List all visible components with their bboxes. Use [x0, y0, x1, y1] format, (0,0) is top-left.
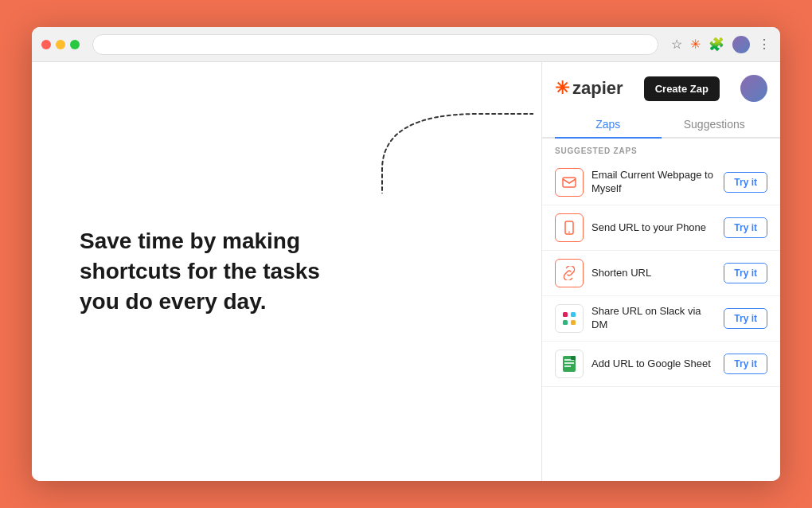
browser-chrome: ☆ ✳ 🧩 ⋮ — [32, 27, 780, 62]
user-avatar-small[interactable] — [732, 36, 750, 53]
svg-rect-9 — [564, 362, 574, 364]
svg-point-2 — [568, 232, 570, 233]
zap-icon-email — [555, 168, 584, 197]
try-it-button-send-url-phone[interactable]: Try it — [724, 217, 767, 238]
svg-rect-0 — [563, 178, 576, 187]
browser-toolbar-icons: ☆ ✳ 🧩 ⋮ — [671, 36, 771, 53]
zap-icon-sheets — [555, 350, 584, 378]
zap-item-send-url-phone: Send URL to your Phone Try it — [542, 205, 780, 251]
browser-window: ☆ ✳ 🧩 ⋮ Save time by making shortcuts fo… — [32, 27, 780, 481]
extension-tabs: Zaps Suggestions — [542, 111, 780, 139]
browser-content: Save time by making shortcuts for the ta… — [32, 62, 780, 481]
maximize-dot[interactable] — [70, 40, 80, 49]
zap-icon-slack — [555, 304, 584, 333]
svg-rect-5 — [563, 320, 568, 325]
extensions-icon[interactable]: 🧩 — [709, 37, 724, 52]
svg-rect-3 — [563, 312, 568, 317]
create-zap-button[interactable]: Create Zap — [644, 76, 720, 101]
try-it-button-share-slack[interactable]: Try it — [724, 308, 767, 329]
zapier-extension-panel: ✳ zapier Create Zap Zaps Suggestions SUG… — [541, 62, 780, 481]
zap-item-share-slack: Share URL on Slack via DM Try it — [542, 296, 780, 342]
zap-item-shorten-url: Shorten URL Try it — [542, 251, 780, 296]
tab-zaps[interactable]: Zaps — [555, 111, 662, 139]
bookmark-icon[interactable]: ☆ — [671, 37, 682, 52]
zap-name-shorten-url: Shorten URL — [591, 267, 716, 280]
window-controls — [41, 40, 80, 49]
close-dot[interactable] — [41, 40, 51, 49]
zapier-asterisk-icon: ✳ — [555, 78, 569, 99]
svg-rect-11 — [571, 356, 576, 360]
more-icon[interactable]: ⋮ — [758, 37, 771, 52]
extension-header: ✳ zapier Create Zap — [542, 62, 780, 102]
zapier-logo: ✳ zapier — [555, 78, 623, 99]
left-panel: Save time by making shortcuts for the ta… — [32, 62, 541, 481]
try-it-button-shorten-url[interactable]: Try it — [724, 263, 767, 283]
suggested-zaps-label: SUGGESTED ZAPS — [542, 139, 780, 160]
svg-rect-6 — [571, 320, 576, 325]
address-bar[interactable] — [92, 34, 658, 55]
tab-suggestions[interactable]: Suggestions — [662, 111, 768, 139]
hero-heading: Save time by making shortcuts for the ta… — [80, 226, 350, 316]
svg-rect-10 — [564, 365, 571, 367]
zap-name-email-webpage: Email Current Webpage to Myself — [591, 169, 716, 196]
asterisk-icon[interactable]: ✳ — [690, 37, 701, 52]
try-it-button-add-sheets[interactable]: Try it — [724, 354, 767, 374]
zap-name-send-url-phone: Send URL to your Phone — [591, 221, 716, 235]
svg-rect-4 — [571, 312, 576, 317]
minimize-dot[interactable] — [56, 40, 65, 49]
zap-icon-phone — [555, 213, 584, 242]
zap-icon-link — [555, 259, 584, 287]
zapier-logo-text: zapier — [572, 78, 623, 99]
zap-list: Email Current Webpage to Myself Try it S… — [542, 160, 780, 481]
decorative-bracket — [318, 106, 533, 197]
user-avatar-large[interactable] — [740, 75, 767, 102]
zap-name-add-sheets: Add URL to Google Sheet — [591, 358, 716, 371]
zap-item-email-webpage: Email Current Webpage to Myself Try it — [542, 160, 780, 205]
try-it-button-email-webpage[interactable]: Try it — [724, 172, 767, 193]
zap-name-share-slack: Share URL on Slack via DM — [591, 305, 716, 332]
zap-item-add-sheets: Add URL to Google Sheet Try it — [542, 342, 780, 387]
